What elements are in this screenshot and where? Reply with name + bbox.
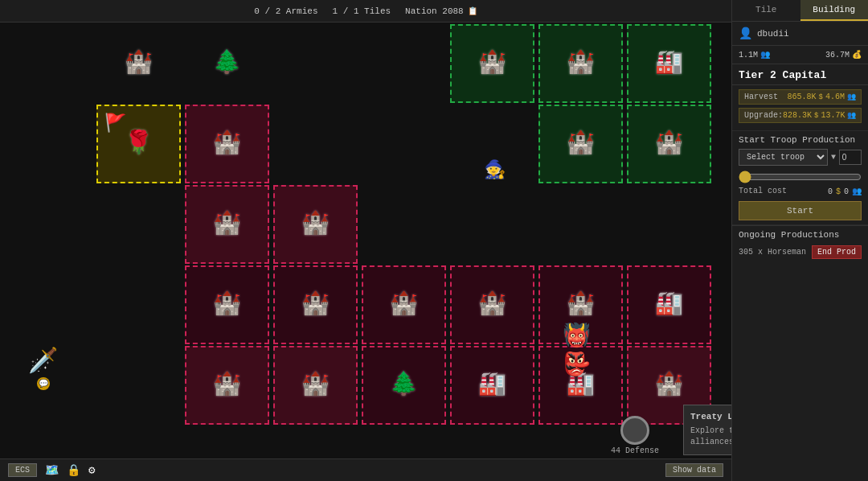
map-unit-green: 🧙 xyxy=(484,159,506,181)
tile[interactable] xyxy=(273,105,358,183)
pop-value: 1.1M xyxy=(739,51,758,60)
harvest-gold: 865.8K xyxy=(788,92,817,101)
tile[interactable]: 🏰 xyxy=(185,346,269,425)
panel-stats: 1.1M 👥 36.7M 💰 xyxy=(732,46,868,64)
tile[interactable]: 🏰 xyxy=(450,24,534,103)
tile-grid: 🏰 🌲 🏰 🏰 🏭 🚩 🌹 🏰 🏰 🏰 🏰 🏰 🏰 🏰 🏰 🏰 🏰 xyxy=(96,24,715,426)
tile[interactable]: 🏰 xyxy=(450,265,534,344)
ongoing-label: Ongoing Productions xyxy=(732,225,868,242)
tile[interactable] xyxy=(538,185,623,264)
tile[interactable] xyxy=(96,346,181,425)
tile[interactable] xyxy=(450,185,534,264)
tile[interactable]: 🏰 xyxy=(96,24,181,103)
tile[interactable] xyxy=(362,24,446,103)
tile[interactable] xyxy=(362,185,446,264)
tile[interactable] xyxy=(362,105,446,183)
bottom-bar: ECS 🗺️ 🔒 ⚙️ Show data xyxy=(0,458,731,481)
armies-indicator: 0 / 2 Armies xyxy=(254,6,317,16)
harvest-button[interactable]: Harvest 865.8K $ 4.6M 👥 xyxy=(739,89,862,105)
top-bar: 0 / 2 Armies 1 / 1 Tiles Nation 2088 📋 xyxy=(0,0,731,23)
settings-icon: ⚙️ xyxy=(88,463,95,477)
user-icon: 👤 xyxy=(739,27,752,40)
tiles-indicator: 1 / 1 Tiles xyxy=(332,6,391,16)
tile[interactable] xyxy=(273,24,358,103)
ongoing-production-item: 305 x Horseman End Prod xyxy=(732,242,868,262)
total-cost-row: Total cost 0 $ 0 👥 xyxy=(739,187,862,196)
tile[interactable]: 🏰 xyxy=(362,265,446,344)
treaty-description: Explore treaties, create alliances, gain… xyxy=(690,426,731,448)
treaty-title: Treaty Library xyxy=(690,412,731,421)
ongoing-item-text: 305 x Horseman xyxy=(739,248,806,257)
treaty-popup[interactable]: Treaty Library Explore treaties, create … xyxy=(683,405,731,455)
defense-circle xyxy=(620,416,649,445)
gold-value: 36.7M xyxy=(825,51,850,60)
tiles-text: 1 / 1 Tiles xyxy=(332,6,391,16)
panel-tabs: Tile Building xyxy=(732,0,868,22)
lock-icon: 🔒 xyxy=(67,463,80,477)
tile[interactable]: 🏭 xyxy=(627,265,711,344)
start-production-button[interactable]: Start xyxy=(739,201,862,220)
harvest-pop: 4.6M xyxy=(825,92,845,101)
upgrade-pop: 13.7K xyxy=(821,111,845,120)
tile[interactable]: 🏰 xyxy=(273,185,358,264)
copy-icon[interactable]: 📋 xyxy=(468,6,477,16)
map-area[interactable]: 0 / 2 Armies 1 / 1 Tiles Nation 2088 📋 🏰… xyxy=(0,0,731,481)
tile[interactable] xyxy=(96,185,181,264)
tile[interactable]: 🏰 xyxy=(627,105,711,183)
tile[interactable]: 🏰 xyxy=(273,346,358,425)
total-cost-label: Total cost xyxy=(739,187,787,196)
tile[interactable]: 🏰 xyxy=(185,185,269,264)
tab-building[interactable]: Building xyxy=(800,0,869,21)
tile[interactable]: 🌲 xyxy=(362,346,446,425)
tab-tile[interactable]: Tile xyxy=(732,0,800,21)
tile-selected[interactable]: 🚩 🌹 xyxy=(96,105,181,183)
end-production-button[interactable]: End Prod xyxy=(812,245,862,259)
building-actions: Harvest 865.8K $ 4.6M 👥 Upgrade: 828.3K … xyxy=(732,85,868,131)
ecs-button[interactable]: ECS xyxy=(8,463,37,477)
tile[interactable]: 🏭 xyxy=(627,24,711,103)
harvest-label: Harvest xyxy=(744,92,778,101)
map-icon: 🗺️ xyxy=(45,463,59,477)
pop-icon: 👥 xyxy=(760,50,770,60)
tile[interactable]: 🏰 xyxy=(185,105,269,183)
troop-production-label: Start Troop Production xyxy=(739,135,862,145)
tile[interactable]: 🏰 xyxy=(538,105,623,183)
defense-indicator: 44 Defense xyxy=(611,416,659,455)
tile[interactable]: 🌲 xyxy=(185,24,269,103)
panel-user: 👤 dbudii xyxy=(732,22,868,46)
population-stat: 1.1M 👥 xyxy=(739,50,770,60)
upgrade-gold: 828.3K xyxy=(783,111,812,120)
tile[interactable]: 🏰 xyxy=(185,265,269,344)
defense-label: 44 Defense xyxy=(611,446,659,455)
tile[interactable]: 🏰 xyxy=(538,24,623,103)
troop-quantity-slider[interactable] xyxy=(739,171,862,183)
enemy-unit-1: 👹 xyxy=(563,322,591,349)
troop-select-row: Select troop Horseman Swordsman Archer ▼ xyxy=(739,149,862,166)
troop-select-dropdown[interactable]: Select troop Horseman Swordsman Archer xyxy=(739,149,828,166)
tile[interactable]: 🏰 xyxy=(273,265,358,344)
enemy-unit-2: 👺 xyxy=(563,351,591,378)
upgrade-button[interactable]: Upgrade: 828.3K $ 13.7K 👥 xyxy=(739,108,862,123)
upgrade-label: Upgrade: xyxy=(744,111,783,120)
gold-stat: 36.7M 💰 xyxy=(825,50,862,60)
building-title: Tier 2 Capital xyxy=(732,64,868,85)
tile[interactable]: 🏭 xyxy=(450,346,534,425)
cost-gold-icon: $ xyxy=(836,187,841,196)
gold-icon: 💰 xyxy=(852,50,862,60)
armies-text: 0 / 2 Armies xyxy=(254,6,317,16)
cost-pop-value: 0 xyxy=(844,187,849,196)
tile[interactable] xyxy=(627,185,711,264)
troop-production: Start Troop Production Select troop Hors… xyxy=(732,131,868,225)
cost-gold-value: 0 xyxy=(828,187,833,196)
enemy-units: 👹 👺 xyxy=(563,322,591,378)
troop-count-input[interactable] xyxy=(839,150,862,165)
show-data-button[interactable]: Show data xyxy=(665,463,723,477)
friendly-unit: 🗡️ 💬 xyxy=(28,346,58,390)
nation-indicator: Nation 2088 📋 xyxy=(405,6,477,16)
tile[interactable] xyxy=(96,265,181,344)
nation-text: Nation 2088 xyxy=(405,6,464,16)
right-panel: Tile Building 👤 dbudii 1.1M 👥 36.7M 💰 Ti… xyxy=(731,0,868,481)
username: dbudii xyxy=(757,29,789,39)
cost-pop-icon: 👥 xyxy=(852,187,862,196)
